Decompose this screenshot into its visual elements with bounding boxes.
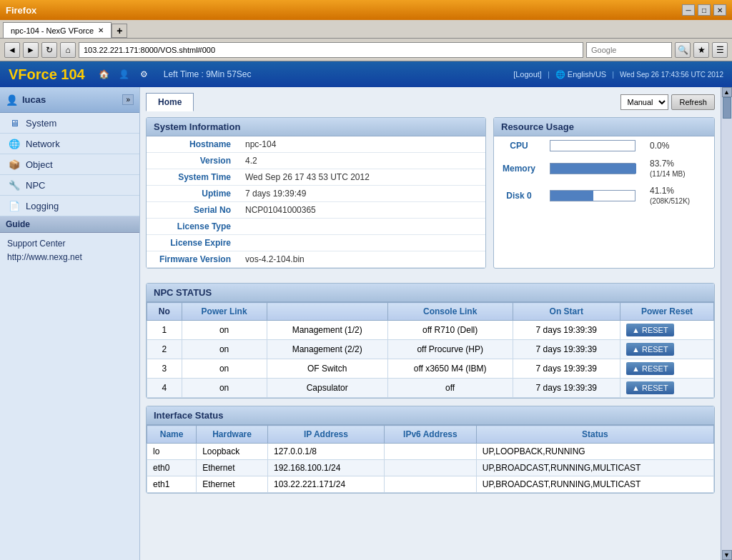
manual-select[interactable]: Manual: [620, 94, 668, 110]
system-info-row: Firmware Versionvos-4.2-104.bin: [147, 251, 485, 268]
reset-button[interactable]: ▲ RESET: [626, 362, 674, 375]
resource-table: CPU 0.0% Memory 83.7%(11/14 MB) Disk 0 4…: [494, 136, 714, 209]
system-info-row: System TimeWed Sep 26 17 43 53 UTC 2012: [147, 169, 485, 186]
header-controls: Manual Refresh: [620, 94, 715, 110]
npc-col-on-start: On Start: [513, 303, 620, 321]
npc-col-power-link: Power Link: [182, 303, 267, 321]
tab-bar: npc-104 - NexG VForce ✕ +: [0, 20, 732, 39]
resource-row: Memory 83.7%(11/14 MB): [494, 155, 714, 182]
sidebar-item-object[interactable]: 📦 Object: [0, 154, 139, 175]
sidebar-item-logging[interactable]: 📄 Logging: [0, 196, 139, 216]
resource-value: 83.7%(11/14 MB): [644, 155, 714, 182]
field-label: Firmware Version: [147, 251, 239, 268]
progress-bar-fill: [550, 164, 636, 174]
home-button[interactable]: ⌂: [60, 42, 76, 58]
support-url: http://www.nexg.net: [7, 251, 132, 264]
sidebar-item-object-label: Object: [26, 159, 53, 170]
scroll-up-button[interactable]: ▲: [722, 87, 732, 97]
resource-row: Disk 0 41.1%(208K/512K): [494, 182, 714, 209]
npc-col-power-reset: Power Reset: [620, 303, 714, 321]
reset-button[interactable]: ▲ RESET: [626, 324, 674, 336]
reload-button[interactable]: ↻: [41, 42, 57, 58]
reset-button[interactable]: ▲ RESET: [626, 343, 674, 356]
system-info-row: Hostnamenpc-104: [147, 136, 485, 153]
resource-value: 0.0%: [644, 136, 714, 155]
back-button[interactable]: ◄: [4, 42, 20, 58]
bookmark-icon[interactable]: ★: [693, 42, 709, 58]
npc-on-start: 7 days 19:39:39: [513, 321, 620, 340]
npc-on-start: 7 days 19:39:39: [513, 359, 620, 379]
npc-table-row: 4 on Capsulator off 7 days 19:39:39 ▲ RE…: [147, 379, 714, 398]
scroll-thumb[interactable]: [723, 97, 731, 119]
field-label: Hostname: [147, 136, 239, 153]
user-header-icon[interactable]: 👤: [117, 66, 132, 82]
support-info: Support Center http://www.nexg.net: [0, 233, 139, 269]
npc-status-table: No Power Link Console Link On Start Powe…: [147, 302, 714, 398]
npc-power-link: on: [182, 379, 267, 398]
npc-status-header: NPC STATUS: [147, 284, 714, 302]
sidebar-item-network[interactable]: 🌐 Network: [0, 134, 139, 154]
scroll-track: [723, 97, 731, 550]
npc-icon: 🔧: [9, 179, 20, 191]
search-input[interactable]: [586, 42, 672, 58]
sidebar-collapse-button[interactable]: »: [122, 94, 134, 105]
scrollbar[interactable]: ▲ ▼: [721, 87, 732, 560]
resource-header: Resource Usage: [494, 118, 714, 136]
interface-status-card: Interface Status Name Hardware IP Addres…: [146, 406, 715, 494]
refresh-button[interactable]: Refresh: [671, 94, 715, 110]
npc-cl-status: off x3650 M4 (IBM): [387, 359, 513, 379]
field-label: Uptime: [147, 186, 239, 202]
npc-reset-cell: ▲ RESET: [620, 379, 714, 398]
scroll-down-button[interactable]: ▼: [722, 550, 732, 560]
left-time-display: Left Time : 9Min 57Sec: [164, 69, 252, 79]
tab-home[interactable]: Home: [146, 93, 194, 111]
maximize-button[interactable]: □: [698, 4, 711, 16]
field-label: License Expire: [147, 235, 239, 251]
resource-label: CPU: [494, 136, 544, 155]
npc-pl-device: Management (2/2): [267, 340, 387, 359]
logging-icon: 📄: [9, 200, 20, 211]
npc-col-pl-empty: [267, 303, 387, 321]
home-header-icon[interactable]: 🏠: [97, 66, 112, 82]
field-value: NCP01041000365: [239, 202, 485, 219]
sidebar-item-npc[interactable]: 🔧 NPC: [0, 175, 139, 196]
iface-col-status: Status: [476, 426, 713, 444]
system-icon: 🖥: [9, 117, 20, 129]
progress-bar-fill: [550, 191, 593, 201]
npc-col-no: No: [147, 303, 182, 321]
settings-header-icon[interactable]: ⚙: [137, 66, 152, 82]
close-button[interactable]: ✕: [713, 4, 726, 16]
menu-icon[interactable]: ☰: [712, 42, 728, 58]
iface-col-name: Name: [147, 426, 197, 444]
iface-name: eth0: [147, 460, 197, 476]
npc-reset-cell: ▲ RESET: [620, 359, 714, 379]
tab-close-icon[interactable]: ✕: [98, 26, 104, 34]
progress-bar-bg: [550, 163, 635, 174]
resource-label: Memory: [494, 155, 544, 182]
field-value: [239, 235, 485, 251]
guide-section: Guide: [0, 216, 139, 233]
content-tab-nav: Home: [146, 93, 194, 111]
reset-button[interactable]: ▲ RESET: [626, 381, 674, 394]
iface-ipv6: [384, 444, 476, 460]
system-info-row: Uptime7 days 19:39:49: [147, 186, 485, 202]
npc-on-start: 7 days 19:39:39: [513, 379, 620, 398]
browser-tab-active[interactable]: npc-104 - NexG VForce ✕: [3, 22, 112, 38]
vforce-header: VForce 104 🏠 👤 ⚙ Left Time : 9Min 57Sec …: [0, 61, 732, 87]
field-label: System Time: [147, 169, 239, 186]
sidebar-item-system[interactable]: 🖥 System: [0, 113, 139, 134]
field-value: 7 days 19:39:49: [239, 186, 485, 202]
language-selector[interactable]: 🌐 English/US: [555, 70, 606, 79]
interface-status-table: Name Hardware IP Address IPv6 Address St…: [147, 425, 714, 493]
iface-status: UP,BROADCAST,RUNNING,MULTICAST: [476, 460, 713, 476]
sidebar: 👤 lucas » 🖥 System 🌐 Network 📦 Object 🔧 …: [0, 87, 140, 560]
resource-card: Resource Usage CPU 0.0% Memory 83.7%(11/…: [493, 117, 715, 269]
search-icon[interactable]: 🔍: [675, 42, 691, 58]
minimize-button[interactable]: ─: [682, 4, 695, 16]
npc-table-row: 3 on OF Switch off x3650 M4 (IBM) 7 days…: [147, 359, 714, 379]
forward-button[interactable]: ►: [23, 42, 39, 58]
address-bar[interactable]: [79, 42, 583, 58]
new-tab-button[interactable]: +: [112, 24, 127, 38]
logout-link[interactable]: [Logout]: [513, 70, 542, 79]
support-center-label: Support Center: [7, 237, 132, 251]
